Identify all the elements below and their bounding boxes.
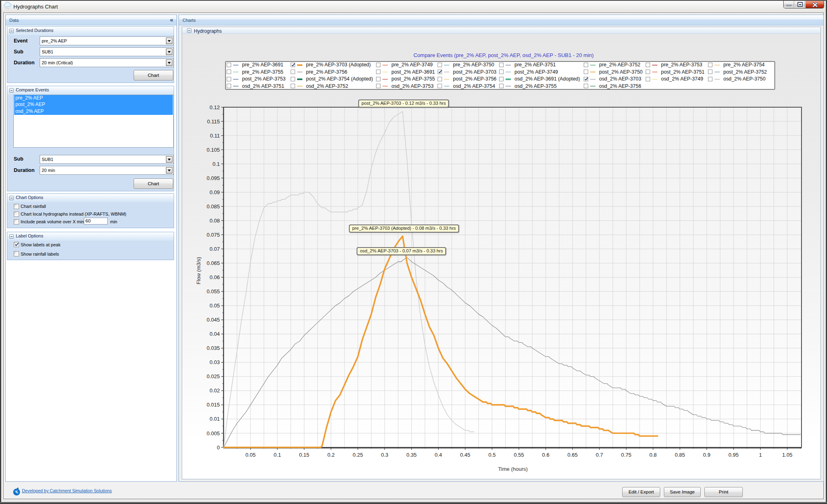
svg-text:0.035: 0.035 (206, 345, 220, 351)
svg-text:0.75: 0.75 (621, 452, 631, 458)
svg-text:0.07: 0.07 (210, 246, 220, 252)
svg-text:0.025: 0.025 (206, 373, 220, 379)
svg-text:0.09: 0.09 (210, 189, 220, 195)
svg-text:1: 1 (759, 452, 762, 458)
svg-text:0.4: 0.4 (435, 452, 442, 458)
svg-text:0.65: 0.65 (568, 452, 578, 458)
svg-text:0.9: 0.9 (703, 452, 710, 458)
svg-text:0.1: 0.1 (213, 161, 220, 167)
svg-text:0.055: 0.055 (206, 288, 220, 294)
svg-text:0.075: 0.075 (206, 232, 220, 238)
svg-text:0.5: 0.5 (488, 452, 495, 458)
svg-text:0.8: 0.8 (649, 452, 657, 458)
svg-text:0.06: 0.06 (210, 274, 220, 280)
svg-text:0.08: 0.08 (210, 218, 220, 224)
svg-text:0.015: 0.015 (206, 402, 220, 408)
svg-text:0: 0 (217, 445, 220, 451)
svg-text:0.95: 0.95 (729, 452, 739, 458)
svg-text:0.045: 0.045 (206, 317, 220, 323)
svg-text:0.065: 0.065 (206, 260, 220, 266)
svg-text:0.095: 0.095 (206, 175, 220, 181)
svg-text:0.105: 0.105 (206, 147, 220, 153)
svg-text:0.45: 0.45 (460, 452, 470, 458)
svg-text:0.2: 0.2 (327, 452, 335, 458)
svg-text:0.085: 0.085 (206, 203, 220, 210)
svg-text:0.12: 0.12 (210, 104, 220, 110)
svg-text:0.04: 0.04 (210, 331, 220, 337)
svg-text:0.55: 0.55 (514, 452, 524, 458)
svg-text:0.7: 0.7 (596, 452, 603, 458)
svg-text:0.01: 0.01 (210, 416, 220, 422)
svg-text:0.11: 0.11 (210, 133, 220, 139)
svg-text:0.005: 0.005 (206, 430, 220, 436)
svg-text:Flow (m3/s): Flow (m3/s) (196, 257, 202, 284)
svg-text:1.05: 1.05 (782, 452, 792, 458)
svg-text:0.85: 0.85 (675, 452, 685, 458)
svg-text:0.02: 0.02 (210, 388, 220, 394)
svg-text:0.05: 0.05 (245, 452, 255, 458)
svg-text:0.1: 0.1 (274, 452, 281, 458)
svg-text:0.3: 0.3 (381, 452, 388, 458)
svg-text:0.05: 0.05 (210, 303, 220, 309)
svg-text:0.03: 0.03 (210, 359, 220, 365)
svg-text:0.15: 0.15 (299, 452, 309, 458)
svg-text:0.25: 0.25 (353, 452, 363, 458)
svg-text:0.6: 0.6 (542, 452, 549, 458)
svg-text:Time (hours): Time (hours) (498, 466, 527, 472)
svg-text:0.35: 0.35 (406, 452, 417, 458)
svg-text:0.115: 0.115 (207, 119, 220, 125)
